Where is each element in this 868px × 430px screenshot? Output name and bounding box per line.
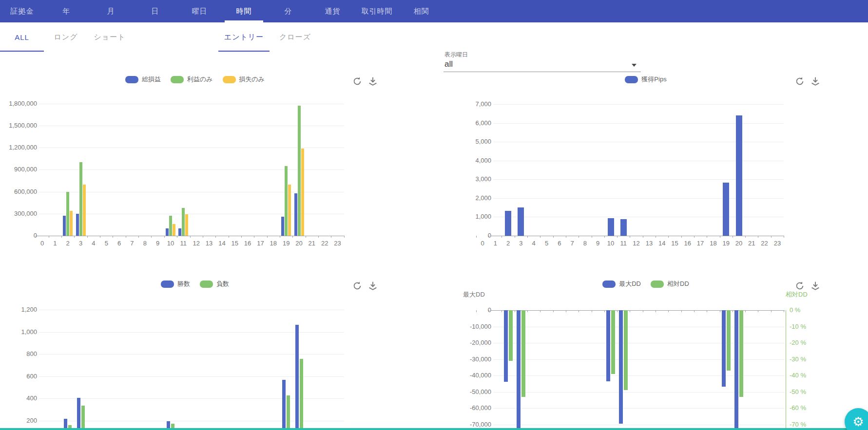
subtab-label: ロング [54, 33, 77, 42]
subtab-ロング[interactable]: ロング [44, 22, 88, 52]
tab-曜日[interactable]: 曜日 [177, 0, 222, 22]
subtab-エントリー[interactable]: エントリー [218, 22, 270, 52]
x-axis-tick [331, 236, 331, 238]
x-axis-tick [566, 310, 566, 312]
legend-item-最大DD[interactable]: 最大DD [602, 280, 641, 288]
settings-fab[interactable]: ⚙ [845, 408, 868, 430]
y-axis-tick-label: -40,000 [456, 372, 491, 379]
legend-item-獲得Pips[interactable]: 獲得Pips [625, 75, 666, 84]
bar-損失のみ-h3 [83, 185, 86, 236]
tab-相関[interactable]: 相関 [399, 0, 444, 22]
tab-通貨[interactable]: 通貨 [310, 0, 355, 22]
refresh-icon[interactable] [794, 280, 805, 291]
legend-label: 負数 [216, 280, 229, 288]
legend-item-負数[interactable]: 負数 [200, 280, 229, 288]
x-axis-tick [177, 236, 177, 238]
x-axis-tick [668, 236, 669, 238]
x-axis-tick [707, 310, 707, 312]
x-axis-tick [579, 236, 579, 238]
x-axis-tick [784, 310, 784, 312]
subtab-label: クローズ [279, 33, 311, 42]
chart-toolbar [794, 280, 821, 291]
y-axis-tick-label: 1,000 [456, 213, 491, 220]
legend-item-勝数[interactable]: 勝数 [161, 280, 190, 288]
x-axis-tick [113, 236, 113, 238]
x-axis-tick [151, 236, 152, 238]
download-icon[interactable] [810, 76, 821, 87]
tab-月[interactable]: 月 [89, 0, 133, 22]
bar-総損益-h20 [294, 193, 297, 236]
bar-最大DD-h10 [606, 310, 610, 381]
x-axis-tick [630, 310, 630, 312]
refresh-icon[interactable] [794, 76, 805, 87]
x-axis-label: 20 [293, 240, 306, 247]
y-axis-tick-label: 0 [456, 306, 491, 314]
tab-年[interactable]: 年 [44, 0, 89, 22]
x-axis-label: 8 [579, 240, 591, 247]
x-axis-label: 13 [643, 240, 656, 247]
gridline [39, 104, 344, 104]
legend-item-損失のみ[interactable]: 損失のみ [223, 75, 265, 84]
y-axis-tick-label: -20,000 [456, 339, 491, 346]
x-axis-label: 7 [566, 240, 579, 247]
x-axis-label: 17 [254, 240, 267, 247]
legend-label: 利益のみ [187, 75, 213, 84]
legend-item-利益のみ[interactable]: 利益のみ [171, 75, 213, 84]
y-axis-tick-label: 600,000 [2, 188, 37, 195]
refresh-icon[interactable] [352, 280, 363, 291]
subtab-ショート[interactable]: ショート [88, 22, 132, 52]
active-subtab-indicator [0, 51, 44, 52]
x-axis-tick [306, 236, 306, 238]
gridline [493, 408, 785, 409]
x-axis-tick [758, 236, 758, 238]
x-axis-tick [681, 310, 682, 312]
x-axis-tick [617, 236, 617, 238]
legend-label: 獲得Pips [641, 75, 666, 84]
x-axis-label: 1 [49, 240, 61, 247]
x-axis-label: 6 [113, 240, 126, 247]
tab-証拠金[interactable]: 証拠金 [0, 0, 44, 22]
legend-item-相対DD[interactable]: 相対DD [651, 280, 689, 288]
tab-分[interactable]: 分 [266, 0, 310, 22]
x-axis-label: 9 [592, 240, 604, 247]
x-axis-tick [476, 310, 477, 312]
bar-損失のみ-h19 [288, 185, 291, 236]
x-axis-tick [553, 310, 554, 312]
y-axis-tick-label: 5,000 [456, 138, 491, 145]
y-axis-tick-label: -50,000 [456, 388, 491, 395]
x-axis-tick [771, 310, 772, 312]
download-icon[interactable] [810, 280, 821, 291]
x-axis-tick [745, 310, 746, 312]
x-axis-tick [527, 310, 528, 312]
position-tab-group: ALLロングショート [0, 22, 132, 52]
y-axis-tick-label: 200 [2, 417, 37, 424]
legend-item-総損益[interactable]: 総損益 [125, 75, 161, 84]
legend-label: 損失のみ [239, 75, 265, 84]
download-icon[interactable] [367, 76, 378, 87]
bar-相対DD-h3 [521, 310, 525, 397]
y-axis-tick-label: 1,000 [2, 328, 37, 336]
refresh-icon[interactable] [352, 76, 363, 87]
download-icon[interactable] [367, 280, 378, 291]
tab-日[interactable]: 日 [133, 0, 177, 22]
legend-label: 総損益 [142, 75, 161, 84]
subtab-ALL[interactable]: ALL [0, 22, 44, 52]
tab-時間[interactable]: 時間 [222, 0, 266, 22]
x-axis-label: 13 [203, 240, 215, 247]
bar-損失のみ-h11 [185, 214, 188, 236]
gridline [493, 425, 785, 425]
x-axis-label: 4 [87, 240, 100, 247]
y-axis-tick-label: 900,000 [2, 166, 37, 173]
gear-icon: ⚙ [852, 415, 864, 428]
x-axis-label: 23 [771, 240, 784, 247]
chart-legend: 獲得Pips [453, 75, 838, 84]
subtab-クローズ[interactable]: クローズ [270, 22, 321, 52]
legend-swatch [625, 76, 638, 83]
right-axis-tick-label: -50 % [790, 388, 825, 395]
weekday-filter-select[interactable]: all [444, 59, 453, 69]
x-axis-tick [630, 236, 630, 238]
bar-負数-h19 [287, 395, 290, 430]
y-axis-tick-label: 1,200,000 [2, 144, 37, 151]
tab-取引時間[interactable]: 取引時間 [355, 0, 399, 22]
bar-勝数-h19 [282, 380, 286, 430]
